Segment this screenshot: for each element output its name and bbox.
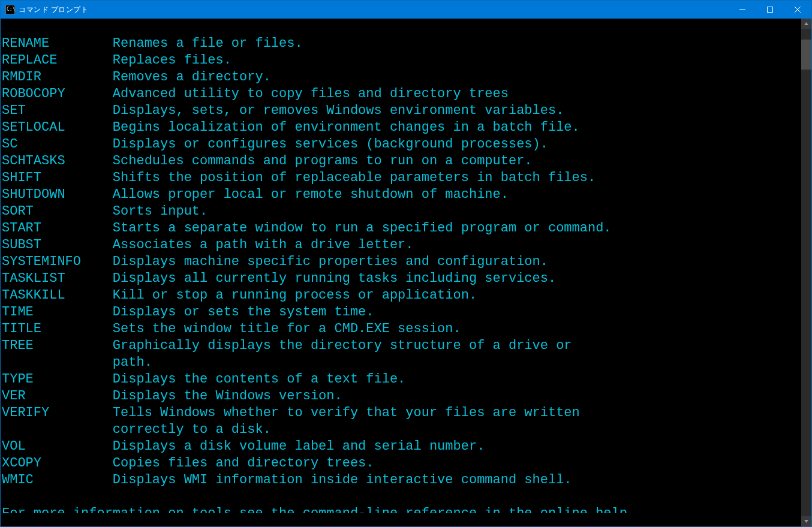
scroll-thumb[interactable] — [801, 40, 811, 70]
svg-text:C:\: C:\ — [7, 7, 15, 12]
client-area: RENAME Renames a file or files. REPLACE … — [1, 19, 811, 526]
cmd-icon: C:\ — [5, 5, 15, 14]
window-title: コマンド プロンプト — [19, 4, 88, 15]
vertical-scrollbar[interactable] — [801, 19, 811, 526]
title-bar[interactable]: C:\ コマンド プロンプト — [1, 1, 811, 19]
minimize-button[interactable] — [729, 1, 756, 19]
window-frame: C:\ コマンド プロンプト RENAME Renames a file or … — [0, 0, 812, 527]
maximize-button[interactable] — [756, 1, 784, 19]
terminal-output[interactable]: RENAME Renames a file or files. REPLACE … — [1, 32, 801, 513]
scroll-up-button[interactable] — [801, 19, 811, 29]
scroll-down-button[interactable] — [801, 516, 811, 526]
svg-rect-3 — [768, 7, 773, 13]
close-button[interactable] — [784, 1, 811, 19]
